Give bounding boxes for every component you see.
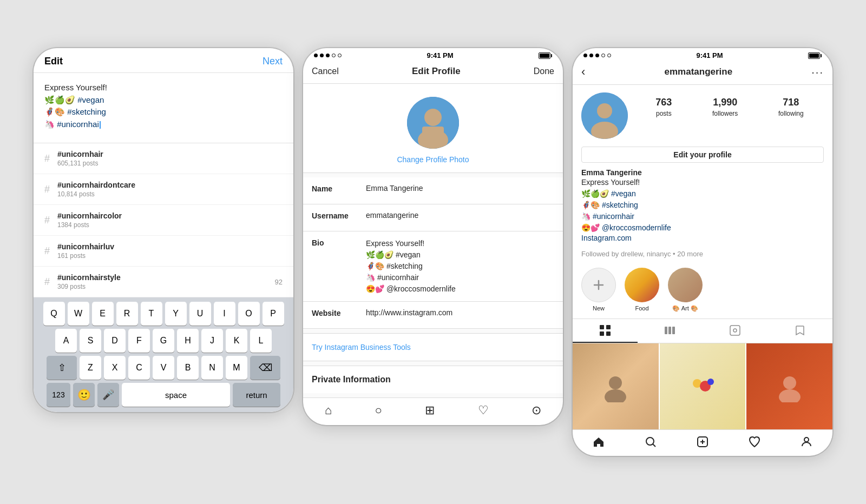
key-y[interactable]: Y [165,302,187,326]
screen3-phone: 9:41 PM ‹ emmatangerine ··· [573,48,832,456]
following-stat[interactable]: 718 following [778,97,804,118]
hashtag-suggestions: # #unicornhair 605,131 posts # #unicornh… [34,143,293,297]
space-key[interactable]: space [122,383,230,407]
key-u[interactable]: U [189,302,211,326]
more-button[interactable]: ··· [811,66,824,78]
shift-key[interactable]: ⇧ [47,356,77,380]
key-n[interactable]: N [201,356,223,380]
mic-key[interactable]: 🎤 [97,383,119,407]
key-b[interactable]: B [177,356,199,380]
search-icon-3[interactable] [644,435,657,448]
emoji-key[interactable]: 🙂 [73,383,95,407]
key-w[interactable]: W [68,302,89,326]
key-f[interactable]: F [128,329,150,353]
change-photo-button[interactable]: Change Profile Photo [397,155,469,164]
key-h[interactable]: H [177,329,199,353]
screen1-text-area[interactable]: Express Yourself! 🌿🍏🥑 #vegan 🦸🎨 #sketchi… [34,73,293,143]
key-s[interactable]: S [80,329,101,353]
key-l[interactable]: L [250,329,272,353]
story-food[interactable]: Food [625,268,659,312]
heart-icon-3[interactable] [748,435,761,448]
profile-photo-section: Change Profile Photo [303,84,563,173]
username-row[interactable]: Username emmatangerine [303,204,563,231]
search-icon[interactable]: ○ [375,403,382,417]
home-icon-3[interactable] [592,435,605,448]
add-icon[interactable]: ⊞ [425,403,435,417]
bio-value: Express Yourself! 🌿🍏🥑 #vegan 🦸🎨 #sketchi… [366,238,554,295]
return-key[interactable]: return [233,383,280,407]
photo-cell-2[interactable] [660,343,746,429]
screens-wrapper: Edit Next Express Yourself! 🌿🍏🥑 #vegan 🦸… [23,37,843,467]
screen3-time: 9:41 PM [696,51,723,59]
key-g[interactable]: G [153,329,174,353]
bio-line1: Express Yourself! [581,177,824,188]
name-label: Name [312,184,366,193]
key-t[interactable]: T [141,302,162,326]
key-z[interactable]: Z [80,356,101,380]
keyboard-row-asdf: A S D F G H J K L [36,329,291,353]
avatar [407,97,459,149]
key-k[interactable]: K [226,329,247,353]
screen2-status-bar: 9:41 PM [303,48,563,61]
followers-stat[interactable]: 1,990 followers [712,97,738,118]
key-r[interactable]: R [116,302,138,326]
story-new[interactable]: New [581,268,616,312]
tag-count: 161 posts [57,252,114,260]
cancel-button[interactable]: Cancel [312,67,339,76]
next-button[interactable]: Next [263,56,283,67]
suggestion-item[interactable]: # #unicornhaircolor 1384 posts [34,205,293,236]
key-p[interactable]: P [263,302,284,326]
person-icon-3[interactable] [800,435,813,448]
key-v[interactable]: V [153,356,174,380]
dot1 [583,54,587,57]
svg-rect-13 [665,327,667,334]
back-button[interactable]: ‹ [581,65,585,79]
name-row[interactable]: Name Emma Tangerine [303,177,563,204]
tab-tagged[interactable] [703,319,767,343]
story-art[interactable]: 🎨 Art 🎨 [668,268,703,312]
tag-name: #unicornhair [57,150,103,158]
dot4 [601,54,605,57]
num-key[interactable]: 123 [47,383,70,407]
business-tools-link[interactable]: Try Instagram Business Tools [312,343,411,352]
key-c[interactable]: C [128,356,150,380]
bio-row[interactable]: Bio Express Yourself! 🌿🍏🥑 #vegan 🦸🎨 #ske… [303,231,563,302]
delete-key[interactable]: ⌫ [250,356,280,380]
key-d[interactable]: D [104,329,126,353]
key-q[interactable]: Q [43,302,65,326]
key-e[interactable]: E [92,302,114,326]
suggestion-info: #unicornhairstyle 309 posts [57,273,121,290]
add-icon-3[interactable] [696,435,709,448]
tab-saved[interactable] [767,319,832,343]
followers-count: 1,990 [712,97,738,108]
suggestion-item[interactable]: # #unicornhairluv 161 posts [34,236,293,267]
saved-icon [794,324,806,336]
story-circle-food [625,268,659,302]
key-o[interactable]: O [238,302,260,326]
photo-cell-3[interactable] [746,343,832,429]
edit-profile-button[interactable]: Edit your profile [581,147,824,163]
tab-list[interactable] [638,319,703,343]
key-a[interactable]: A [55,329,77,353]
heart-icon[interactable]: ♡ [478,403,489,417]
key-j[interactable]: J [201,329,223,353]
dot4 [332,54,336,57]
person-icon[interactable]: ⊙ [532,403,541,417]
profile-website[interactable]: Instagram.com [581,234,824,242]
key-m[interactable]: M [226,356,247,380]
text-line1: Express Yourself! [44,82,283,94]
home-icon[interactable]: ⌂ [325,403,332,417]
hash-icon: # [44,276,50,288]
tab-grid[interactable] [573,319,638,343]
suggestion-item[interactable]: # #unicornhair 605,131 posts [34,143,293,174]
photo-grid [573,343,832,429]
website-row[interactable]: Website http://www.instagram.com [303,302,563,329]
done-button[interactable]: Done [534,67,554,76]
photo-cell-1[interactable] [573,343,659,429]
battery-body [808,52,820,59]
key-x[interactable]: X [104,356,126,380]
key-i[interactable]: I [214,302,235,326]
suggestion-item[interactable]: # #unicornhairdontcare 10,814 posts [34,174,293,205]
story-circle-new [581,268,616,302]
suggestion-item[interactable]: # #unicornhairstyle 309 posts 92 [34,267,293,297]
